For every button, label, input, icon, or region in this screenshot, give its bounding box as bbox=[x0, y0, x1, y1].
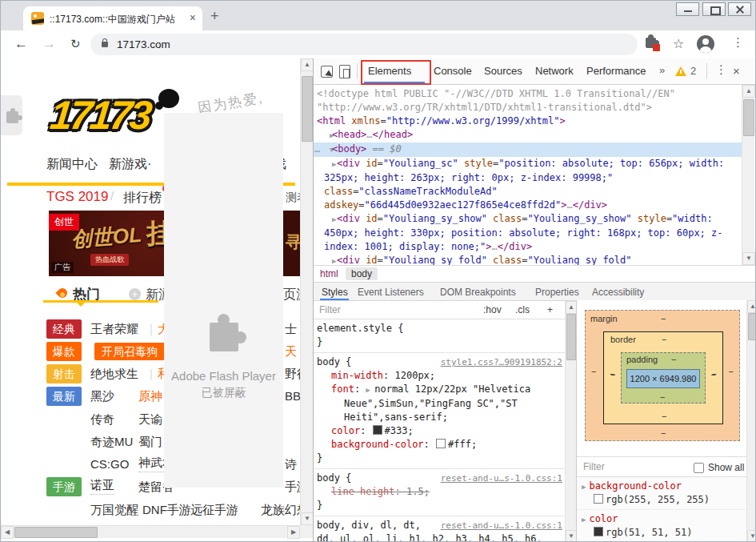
link-rankings[interactable]: 排行榜 bbox=[123, 190, 162, 207]
scrollbar-thumb[interactable] bbox=[566, 314, 576, 360]
more-tabs-icon[interactable]: » bbox=[659, 64, 665, 76]
game-link-partial[interactable]: 手游 bbox=[285, 476, 300, 497]
scroll-up-icon[interactable]: ▲ bbox=[566, 301, 577, 314]
game-link-partial[interactable]: 野行 bbox=[285, 363, 300, 384]
css-property[interactable]: font: ▶ normal 12px/22px "Helvetica Neue… bbox=[317, 383, 562, 424]
dom-node[interactable]: ▶<div id="Youliang_sy_fold" class="Youli… bbox=[314, 254, 742, 265]
dom-node[interactable]: ▶<head>…</head> bbox=[314, 128, 742, 143]
color-swatch[interactable] bbox=[373, 425, 382, 435]
tab-sources[interactable]: Sources bbox=[484, 65, 522, 77]
padding-right-value[interactable]: − bbox=[711, 370, 716, 379]
warning-count[interactable]: 2 bbox=[690, 65, 696, 77]
dom-scrollbar[interactable]: ▲ ▼ bbox=[742, 85, 754, 265]
game-link-partial[interactable]: 士 bbox=[285, 319, 300, 339]
padding-left-value[interactable]: − bbox=[610, 370, 615, 379]
category-badge[interactable]: 手游 bbox=[46, 477, 82, 496]
scrollbar-thumb[interactable] bbox=[302, 76, 313, 142]
computed-scrollbar[interactable]: ▲ ▼ bbox=[746, 300, 756, 542]
expand-arrow-icon[interactable]: ▶ bbox=[323, 129, 332, 143]
profile-avatar[interactable] bbox=[697, 35, 714, 53]
expand-arrow-icon[interactable]: ▶ bbox=[582, 516, 586, 524]
margin-top-value[interactable]: − bbox=[661, 314, 666, 323]
reload-button[interactable]: ↻ bbox=[70, 37, 81, 51]
expand-arrow-icon[interactable]: ▶ bbox=[328, 158, 337, 171]
warning-icon[interactable] bbox=[675, 66, 686, 76]
link-tgs-2019[interactable]: TGS 2019 bbox=[46, 189, 109, 205]
category-badge[interactable]: 最新 bbox=[46, 387, 82, 406]
game-link[interactable]: 万国觉醒 bbox=[90, 500, 138, 520]
scrollbar-thumb[interactable] bbox=[748, 313, 756, 340]
computed-filter-input[interactable] bbox=[582, 460, 673, 473]
css-property[interactable]: line-height: 1.5; bbox=[317, 485, 562, 499]
back-button[interactable]: ← bbox=[14, 36, 28, 52]
maximize-button[interactable] bbox=[702, 2, 726, 16]
toggle-hover-state[interactable]: :hov bbox=[483, 304, 502, 315]
game-link[interactable]: 天谕 bbox=[138, 409, 162, 430]
site-logo[interactable]: 17173 bbox=[48, 92, 152, 139]
scroll-down-icon[interactable]: ▼ bbox=[742, 252, 755, 265]
tab-web-games-partial[interactable]: 页游 bbox=[283, 287, 300, 303]
category-badge[interactable]: 射击 bbox=[46, 364, 82, 383]
game-link[interactable]: 奇迹MU bbox=[90, 432, 133, 452]
css-property[interactable]: color: #333; bbox=[317, 424, 562, 438]
nav-item-newgames[interactable]: 新游戏· bbox=[109, 156, 151, 173]
link-test-schedule-partial[interactable]: 测表 bbox=[286, 191, 300, 205]
padding-bottom-value[interactable]: − bbox=[660, 392, 665, 402]
game-link[interactable]: CS:GO bbox=[90, 454, 129, 475]
dom-node[interactable]: <html xmlns="http://www.w3.org/1999/xhtm… bbox=[314, 114, 742, 128]
border-top-value[interactable]: − bbox=[662, 335, 666, 344]
scroll-down-icon[interactable]: ▼ bbox=[566, 530, 577, 542]
scroll-down-icon[interactable]: ▼ bbox=[747, 530, 756, 542]
rule-selector[interactable]: element.style { bbox=[317, 323, 403, 334]
blocked-plugin-chip[interactable] bbox=[1, 95, 22, 135]
game-link-partial[interactable]: 天 bbox=[285, 341, 300, 362]
padding-top-value[interactable]: − bbox=[671, 355, 676, 364]
nav-item-news[interactable]: 新闻中心 bbox=[46, 156, 98, 173]
box-model-padding[interactable]: padding − − − − 1200 × 6949.980 bbox=[621, 352, 706, 403]
breadcrumb-body[interactable]: body bbox=[346, 267, 378, 280]
tab-network[interactable]: Network bbox=[535, 65, 574, 77]
scroll-up-icon[interactable]: ▲ bbox=[747, 300, 756, 313]
bookmark-star-icon[interactable]: ☆ bbox=[673, 36, 684, 51]
game-link[interactable]: 远征手游 bbox=[190, 500, 238, 520]
show-all-checkbox[interactable] bbox=[694, 463, 704, 473]
dom-node[interactable]: ▶<div id="Youliang_sy_show" class="Youli… bbox=[314, 212, 742, 254]
computed-property[interactable]: ▶colorrgb(51, 51, 51) bbox=[577, 510, 747, 542]
tab-properties[interactable]: Properties bbox=[535, 287, 579, 298]
forward-button[interactable]: → bbox=[42, 36, 56, 52]
scrollbar-thumb[interactable] bbox=[14, 527, 98, 538]
browser-menu-icon[interactable]: ⋮ bbox=[732, 35, 744, 50]
scroll-left-icon[interactable]: ◀ bbox=[1, 526, 14, 539]
game-link-partial[interactable]: 诗 bbox=[285, 454, 300, 475]
styles-filter-input[interactable] bbox=[318, 303, 465, 316]
css-property[interactable]: background-color: #fff; bbox=[317, 438, 562, 452]
game-link-partial[interactable]: BBQ bbox=[285, 386, 300, 407]
dom-node[interactable]: <!doctype html PUBLIC "-//W3C//DTD XHTML… bbox=[314, 87, 742, 114]
styles-scrollbar[interactable]: ▲ ▼ bbox=[565, 301, 576, 542]
page-horizontal-scrollbar[interactable]: ◀ ▶ bbox=[1, 525, 300, 538]
device-toolbar-icon[interactable] bbox=[339, 65, 350, 78]
dom-node[interactable]: …▼<body> == $0 bbox=[314, 143, 742, 157]
tab-styles[interactable]: Styles bbox=[322, 287, 348, 298]
expand-arrow-icon[interactable]: ▼ bbox=[323, 143, 332, 157]
tab-console[interactable]: Console bbox=[434, 65, 472, 77]
expand-arrow-icon[interactable]: ▶ bbox=[582, 483, 586, 491]
minimize-button[interactable] bbox=[676, 2, 699, 16]
scroll-up-icon[interactable]: ▲ bbox=[301, 58, 313, 71]
scroll-up-icon[interactable]: ▲ bbox=[742, 85, 755, 98]
category-badge[interactable]: 经典 bbox=[46, 319, 82, 339]
box-model-border[interactable]: border − − − − padding − − − − 1200 × 69… bbox=[603, 331, 723, 424]
box-model-margin[interactable]: margin − − − − border − − − − padding − … bbox=[585, 310, 740, 441]
breadcrumb-html[interactable]: html bbox=[320, 268, 338, 279]
stylesheet-link[interactable]: reset-and-u…s-1.0.css:1 bbox=[441, 472, 562, 485]
expand-arrow-icon[interactable]: ▶ bbox=[328, 255, 337, 265]
game-link[interactable]: 绝地求生 bbox=[90, 363, 138, 384]
css-property[interactable]: min-width: 1200px; bbox=[317, 369, 562, 383]
scrollbar-thumb[interactable] bbox=[743, 99, 754, 136]
devtools-menu-icon[interactable]: ⋮ bbox=[715, 62, 727, 77]
rule-selector[interactable]: body { bbox=[317, 472, 351, 484]
game-link[interactable]: 王者荣耀 bbox=[90, 319, 138, 339]
margin-bottom-value[interactable]: − bbox=[661, 428, 666, 438]
expand-arrow-icon[interactable]: ▶ bbox=[328, 213, 337, 227]
tab-event-listeners[interactable]: Event Listeners bbox=[358, 287, 424, 298]
